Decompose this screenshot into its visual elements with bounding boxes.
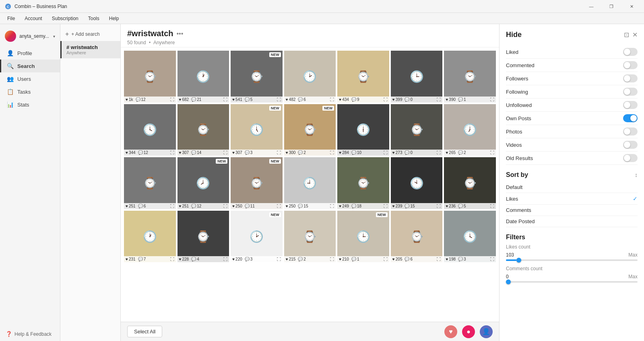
photo-thumbnail: ⌚ bbox=[391, 104, 443, 156]
likes-range-thumb[interactable] bbox=[516, 258, 521, 263]
menubar-item-subscription[interactable]: Subscription bbox=[48, 15, 83, 22]
photo-item[interactable]: ⌚ ♥ 236 💬 5 ⛶ bbox=[444, 157, 496, 209]
expand-icon[interactable]: ⛶ bbox=[384, 150, 388, 155]
expand-icon[interactable]: ⛶ bbox=[223, 257, 227, 261]
sidebar-item-users[interactable]: 👥 Users bbox=[0, 72, 60, 85]
select-all-button[interactable]: Select All bbox=[127, 326, 162, 337]
expand-icon[interactable]: ⛶ bbox=[170, 204, 174, 208]
expand-icon[interactable]: ⛶ bbox=[437, 97, 441, 102]
sort-option-likes[interactable]: Likes ✓ bbox=[506, 193, 638, 205]
toggle-switch-unfollowed[interactable] bbox=[623, 101, 638, 109]
panel-close-icon[interactable]: ✕ bbox=[632, 31, 638, 39]
expand-icon[interactable]: ⛶ bbox=[490, 97, 494, 102]
photo-item[interactable]: 🕑 ♥ 482 💬 6 ⛶ bbox=[284, 51, 336, 103]
comments-range-thumb[interactable] bbox=[506, 279, 511, 284]
expand-icon[interactable]: ⛶ bbox=[490, 257, 494, 261]
expand-icon[interactable]: ⛶ bbox=[277, 150, 281, 155]
photo-item[interactable]: 🕓 ♥ 198 💬 3 ⛶ bbox=[444, 211, 496, 263]
sort-direction-icon[interactable]: ↕ bbox=[635, 172, 638, 178]
photo-item[interactable]: ⌚ NEW ♥ 300 💬 2 ⛶ bbox=[284, 104, 336, 156]
photo-item[interactable]: 🕒 ♥ 399 💬 0 ⛶ bbox=[391, 51, 443, 103]
toggle-switch-videos[interactable] bbox=[623, 141, 638, 149]
sidebar-item-stats[interactable]: 📊 Stats bbox=[0, 98, 60, 111]
photo-item[interactable]: ⌚ ♥ 215 💬 2 ⛶ bbox=[284, 211, 336, 263]
photo-item[interactable]: ⌚ ♥ 228 💬 4 ⛶ bbox=[178, 211, 229, 263]
search-list-item[interactable]: # wristwatch Anywhere bbox=[60, 41, 120, 58]
sort-option-comments[interactable]: Comments bbox=[506, 205, 638, 216]
toggle-switch-followers[interactable] bbox=[623, 74, 638, 82]
photo-item[interactable]: ⌚ NEW ♥ 250 💬 11 ⛶ bbox=[231, 157, 283, 209]
expand-icon[interactable]: ⛶ bbox=[223, 97, 227, 102]
photo-item[interactable]: ⌚ ♥ 434 💬 9 ⛶ bbox=[337, 51, 389, 103]
photo-item[interactable]: ⌚ ♥ 390 💬 1 ⛶ bbox=[444, 51, 496, 103]
add-search-button[interactable]: + + Add search bbox=[60, 27, 120, 41]
photo-item[interactable]: ⌚ NEW ♥ 541 💬 5 ⛶ bbox=[231, 51, 283, 103]
filter-icon[interactable]: ⊡ bbox=[624, 31, 629, 39]
likes-range-slider[interactable] bbox=[506, 259, 638, 261]
menubar-item-account[interactable]: Account bbox=[21, 15, 46, 22]
toggle-switch-own_posts[interactable] bbox=[623, 114, 638, 122]
expand-icon[interactable]: ⛶ bbox=[437, 257, 441, 261]
help-feedback[interactable]: ❓ Help & Feedback bbox=[0, 327, 60, 341]
minimize-button[interactable]: — bbox=[582, 0, 601, 13]
expand-icon[interactable]: ⛶ bbox=[490, 150, 494, 155]
toggle-switch-liked[interactable] bbox=[623, 48, 638, 56]
follow-action-button[interactable]: 👤 bbox=[480, 325, 493, 338]
expand-icon[interactable]: ⛶ bbox=[277, 97, 281, 102]
toggle-switch-following[interactable] bbox=[623, 88, 638, 96]
toggle-switch-old_results[interactable] bbox=[623, 154, 638, 162]
expand-icon[interactable]: ⛶ bbox=[330, 97, 334, 102]
sidebar-item-search[interactable]: 🔍 Search bbox=[0, 60, 60, 72]
expand-icon[interactable]: ⛶ bbox=[437, 150, 441, 155]
comment-action-button[interactable]: ● bbox=[462, 325, 475, 338]
photo-item[interactable]: 🕕 ♥ 284 💬 10 ⛶ bbox=[337, 104, 389, 156]
photo-item[interactable]: 🕔 NEW ♥ 307 💬 3 ⛶ bbox=[231, 104, 283, 156]
expand-icon[interactable]: ⛶ bbox=[223, 204, 227, 208]
expand-icon[interactable]: ⛶ bbox=[384, 257, 388, 261]
expand-icon[interactable]: ⛶ bbox=[223, 150, 227, 155]
photo-item[interactable]: 🕐 ♥ 682 💬 21 ⛶ bbox=[178, 51, 229, 103]
expand-icon[interactable]: ⛶ bbox=[384, 97, 388, 102]
expand-icon[interactable]: ⛶ bbox=[170, 257, 174, 261]
photo-item[interactable]: 🕗 NEW ♥ 251 💬 12 ⛶ bbox=[178, 157, 229, 209]
photo-item[interactable]: 🕐 ♥ 231 💬 7 ⛶ bbox=[124, 211, 176, 263]
expand-icon[interactable]: ⛶ bbox=[490, 204, 494, 208]
menubar-item-file[interactable]: File bbox=[3, 15, 19, 22]
sort-option-date_posted[interactable]: Date Posted bbox=[506, 216, 638, 227]
expand-icon[interactable]: ⛶ bbox=[170, 97, 174, 102]
photo-item[interactable]: 🕖 ♥ 265 💬 2 ⛶ bbox=[444, 104, 496, 156]
sidebar-item-tasks[interactable]: 📋 Tasks bbox=[0, 85, 60, 98]
comments-count: 12 bbox=[197, 204, 201, 208]
comments-range-slider[interactable] bbox=[506, 281, 638, 283]
menubar-item-tools[interactable]: Tools bbox=[84, 15, 103, 22]
sort-option-default[interactable]: Default bbox=[506, 182, 638, 193]
photo-item[interactable]: 🕓 ♥ 344 💬 12 ⛶ bbox=[124, 104, 176, 156]
photo-item[interactable]: 🕒 NEW ♥ 210 💬 1 ⛶ bbox=[337, 211, 389, 263]
expand-icon[interactable]: ⛶ bbox=[170, 150, 174, 155]
maximize-button[interactable]: ❐ bbox=[602, 0, 621, 13]
expand-icon[interactable]: ⛶ bbox=[277, 204, 281, 208]
toggle-switch-photos[interactable] bbox=[623, 127, 638, 136]
user-account[interactable]: anyta_semy... ▾ bbox=[0, 27, 60, 45]
photo-item[interactable]: ⌚ ♥ 249 💬 18 ⛶ bbox=[337, 157, 389, 209]
photo-item[interactable]: ⌚ ♥ 307 💬 14 ⛶ bbox=[178, 104, 229, 156]
photo-item[interactable]: ⌚ ♥ 273 💬 0 ⛶ bbox=[391, 104, 443, 156]
more-options-icon[interactable]: ••• bbox=[176, 30, 183, 37]
photo-item[interactable]: 🕑 NEW ♥ 220 💬 3 ⛶ bbox=[231, 211, 283, 263]
photo-item[interactable]: ⌚ ♥ 205 💬 6 ⛶ bbox=[391, 211, 443, 263]
like-action-button[interactable]: ♥ bbox=[444, 325, 457, 338]
menubar-item-help[interactable]: Help bbox=[105, 15, 123, 22]
expand-icon[interactable]: ⛶ bbox=[330, 204, 334, 208]
expand-icon[interactable]: ⛶ bbox=[384, 204, 388, 208]
photo-item[interactable]: ⌚ ♥ 1k 💬 12 ⛶ bbox=[124, 51, 176, 103]
expand-icon[interactable]: ⛶ bbox=[330, 257, 334, 261]
photo-item[interactable]: 🕘 ♥ 250 💬 15 ⛶ bbox=[284, 157, 336, 209]
expand-icon[interactable]: ⛶ bbox=[277, 257, 281, 261]
toggle-switch-commented[interactable] bbox=[623, 61, 638, 69]
close-button[interactable]: ✕ bbox=[622, 0, 641, 13]
expand-icon[interactable]: ⛶ bbox=[437, 204, 441, 208]
photo-item[interactable]: 🕙 ♥ 239 💬 15 ⛶ bbox=[391, 157, 443, 209]
expand-icon[interactable]: ⛶ bbox=[330, 150, 334, 155]
photo-item[interactable]: ⌚ ♥ 251 💬 6 ⛶ bbox=[124, 157, 176, 209]
sidebar-item-profile[interactable]: 👤 Profile bbox=[0, 47, 60, 60]
